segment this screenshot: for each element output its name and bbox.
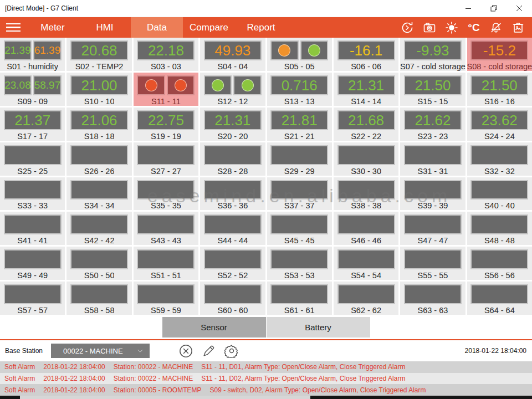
close-button[interactable]	[507, 0, 532, 17]
alarm-row[interactable]: Soft Alarm2018-01-22 18:04:00Station: 00…	[0, 361, 532, 373]
sensor-label: S63 - 63	[418, 306, 448, 315]
scrollbar-thumb[interactable]	[20, 396, 310, 399]
sensor-tile[interactable]: S11 - 11	[134, 73, 198, 106]
sensor-tile[interactable]: S41 - 41	[0, 212, 65, 245]
sensor-tile[interactable]: S32 - 32	[467, 142, 532, 176]
sensor-tile[interactable]: S37 - 37	[267, 177, 332, 211]
minimize-button[interactable]	[456, 0, 481, 17]
sensor-tile[interactable]: S51 - 51	[134, 247, 198, 280]
sensor-tile[interactable]: 23.0858.97S09 - 09	[0, 73, 65, 106]
sensor-tile[interactable]: S33 - 33	[0, 177, 65, 211]
sensor-tile[interactable]: S60 - 60	[200, 282, 265, 315]
sensor-tile[interactable]: S52 - 52	[200, 247, 265, 280]
sensor-value-box	[4, 145, 62, 165]
sensor-tile[interactable]: S56 - 56	[467, 247, 532, 280]
sensor-tile[interactable]: S44 - 44	[200, 212, 265, 245]
sensor-tile[interactable]: 0.716S13 - 13	[267, 73, 332, 106]
sensor-tile[interactable]: S63 - 63	[400, 282, 465, 315]
alarm-row[interactable]: Soft Alarm2018-01-22 18:04:00Station: 00…	[0, 373, 532, 385]
sync-button[interactable]	[400, 21, 415, 35]
sensor-tile[interactable]: S30 - 30	[334, 142, 398, 176]
sensor-value: 21.81	[282, 113, 318, 127]
sensor-tile[interactable]: S45 - 45	[267, 212, 332, 245]
sensor-tile[interactable]: 21.62S23 - 23	[400, 108, 465, 141]
tab-meter[interactable]: Meter	[27, 17, 79, 38]
sensor-tile[interactable]: -16.1S06 - 06	[334, 38, 398, 71]
sensor-tile[interactable]: S28 - 28	[200, 142, 265, 176]
sensor-tile[interactable]: S29 - 29	[267, 142, 332, 176]
restore-button[interactable]	[481, 0, 507, 17]
sensor-tile[interactable]: 21.00S10 - 10	[66, 73, 131, 106]
sensor-tab-button[interactable]: Sensor	[162, 317, 266, 337]
sensor-label: S49 - 49	[17, 271, 48, 280]
sensor-tile[interactable]: S36 - 36	[200, 177, 265, 211]
sensor-tile[interactable]: S39 - 39	[400, 177, 465, 211]
sensor-tile[interactable]: S25 - 25	[0, 142, 65, 176]
sensor-tile[interactable]: S62 - 62	[334, 282, 398, 315]
sensor-tile[interactable]: S61 - 61	[267, 282, 332, 315]
tab-hmi[interactable]: HMI	[79, 17, 131, 38]
brightness-button[interactable]	[444, 21, 459, 35]
battery-tab-button[interactable]: Battery	[267, 317, 370, 337]
sensor-value-box	[404, 180, 462, 200]
sensor-tile[interactable]: 21.3961.39S01 - humidity	[0, 38, 65, 71]
sensor-tile[interactable]: S64 - 64	[467, 282, 532, 315]
sensor-tile[interactable]: S35 - 35	[134, 177, 198, 211]
sensor-tile[interactable]: 21.06S18 - 18	[66, 108, 131, 141]
camera-button[interactable]	[422, 21, 437, 35]
sensor-tile[interactable]: 23.62S24 - 24	[467, 108, 532, 141]
sensor-tile[interactable]: S57 - 57	[0, 282, 65, 315]
sensor-tile[interactable]: 21.50S15 - 15	[400, 73, 465, 106]
sensor-tile[interactable]: S59 - 59	[134, 282, 198, 315]
sensor-tile[interactable]: S38 - 38	[334, 177, 398, 211]
sensor-tile[interactable]: 21.81S21 - 21	[267, 108, 332, 141]
sensor-tile[interactable]: S54 - 54	[334, 247, 398, 280]
sensor-tile[interactable]: 21.31S20 - 20	[200, 108, 265, 141]
tab-data[interactable]: Data	[131, 17, 183, 38]
tab-compare[interactable]: Compare	[183, 17, 235, 38]
sensor-tile[interactable]: S49 - 49	[0, 247, 65, 280]
horizontal-scrollbar[interactable]	[0, 396, 532, 399]
sensor-tile[interactable]: S50 - 50	[66, 247, 131, 280]
sensor-tile[interactable]: 49.93S04 - 04	[200, 38, 265, 71]
sensor-tile[interactable]: 20.68S02 - TEMP2	[66, 38, 131, 71]
sensor-value-boxes	[70, 284, 128, 304]
sensor-tile[interactable]: S58 - 58	[66, 282, 131, 315]
sensor-tile[interactable]: S26 - 26	[66, 142, 131, 176]
sensor-value-box	[70, 180, 128, 200]
tab-report[interactable]: Report	[235, 17, 287, 38]
sensor-value-box	[4, 180, 62, 200]
sensor-tile[interactable]: S43 - 43	[134, 212, 198, 245]
alarm-row[interactable]: Soft Alarm2018-01-22 18:04:00Station: 00…	[0, 384, 532, 396]
sensor-tile[interactable]: S34 - 34	[66, 177, 131, 211]
sensor-tile[interactable]: S12 - 12	[200, 73, 265, 106]
sensor-tile[interactable]: S42 - 42	[66, 212, 131, 245]
edit-button[interactable]	[201, 344, 216, 359]
alarm-mute-button[interactable]	[489, 21, 503, 35]
sensor-tile[interactable]: S40 - 40	[467, 177, 532, 211]
sensor-tile[interactable]: 22.75S19 - 19	[134, 108, 198, 141]
sensor-tile[interactable]: -15.2S08 - cold storage	[467, 38, 532, 71]
sensor-tile[interactable]: S48 - 48	[467, 212, 532, 245]
sensor-tile[interactable]: S31 - 31	[400, 142, 465, 176]
sensor-tile[interactable]: 21.37S17 - 17	[0, 108, 65, 141]
settings-button[interactable]	[224, 344, 239, 359]
sensor-tile[interactable]: 21.68S22 - 22	[334, 108, 398, 141]
sensor-tile[interactable]: S53 - 53	[267, 247, 332, 280]
station-select-dropdown[interactable]: 00022 - MACHINE	[51, 344, 150, 358]
sensor-tile[interactable]: 21.50S16 - 16	[467, 73, 532, 106]
sensor-tile[interactable]: S05 - 05	[267, 38, 332, 71]
sensor-tile[interactable]: S47 - 47	[400, 212, 465, 245]
disconnect-button[interactable]	[178, 344, 193, 359]
delete-image-button[interactable]	[511, 21, 525, 35]
sensor-tile[interactable]: S55 - 55	[400, 247, 465, 280]
sensor-tile[interactable]: S27 - 27	[134, 142, 198, 176]
sensor-label: S08 - cold storage	[467, 62, 532, 71]
menu-button[interactable]	[0, 17, 27, 38]
sensor-tile[interactable]: -9.93S07 - cold storage	[400, 38, 465, 71]
sensor-value-boxes: 21.62	[404, 110, 462, 130]
sensor-tile[interactable]: 21.31S14 - 14	[334, 73, 398, 106]
sensor-tile[interactable]: 22.18S03 - 03	[134, 38, 198, 71]
sensor-tile[interactable]: S46 - 46	[334, 212, 398, 245]
temperature-unit-button[interactable]: °C	[467, 21, 481, 35]
